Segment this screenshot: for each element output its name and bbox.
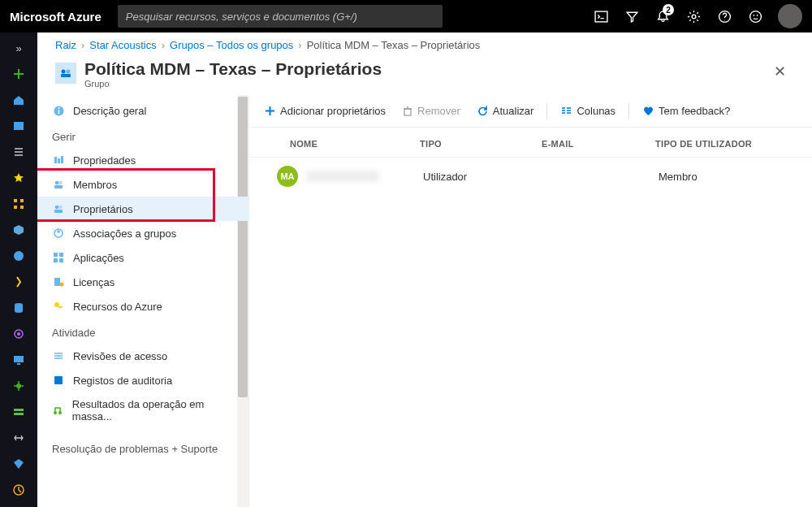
svg-point-31 (58, 206, 63, 210)
row-type: Utilizador (423, 171, 545, 183)
home-icon[interactable] (0, 89, 37, 110)
cmd-label: Atualizar (493, 105, 534, 117)
vm-icon[interactable] (0, 349, 37, 370)
nav-section-support: Resolução de problemas + Suporte (37, 428, 248, 460)
crumb-link[interactable]: Raiz (55, 39, 76, 51)
refresh-icon (477, 105, 489, 117)
user-avatar[interactable] (778, 4, 802, 28)
svg-rect-29 (54, 185, 63, 188)
notifications-icon[interactable]: 2 (648, 0, 677, 32)
nav-audit-logs[interactable]: Registos de auditoria (37, 368, 248, 392)
col-header-name[interactable]: NOME (290, 139, 420, 149)
scrollbar-thumb[interactable] (238, 97, 248, 397)
network-icon[interactable] (0, 427, 37, 448)
columns-button[interactable]: Colunas (554, 102, 622, 120)
load-balancer-icon[interactable] (0, 375, 37, 396)
nav-members[interactable]: Membros (37, 172, 248, 197)
svg-rect-19 (14, 413, 24, 415)
left-rail: » (0, 32, 37, 507)
command-bar: Adicionar proprietários Remover Atualiza… (249, 95, 812, 128)
scrollbar-track[interactable] (237, 95, 248, 507)
svg-point-1 (692, 15, 696, 19)
help-icon[interactable] (710, 0, 739, 32)
svg-rect-43 (54, 376, 63, 384)
nav-licenses[interactable]: Licenças (37, 270, 248, 294)
nav-group-memberships[interactable]: Associações a grupos (37, 221, 248, 245)
cmd-label: Tem feedback? (659, 105, 730, 117)
svg-point-45 (58, 411, 62, 414)
cmd-label: Adicionar proprietários (280, 105, 386, 117)
cube-icon[interactable] (0, 219, 37, 240)
svg-rect-18 (14, 409, 24, 411)
create-resource-icon[interactable] (0, 63, 37, 84)
page-title: Política MDM – Texas – Proprietários (84, 59, 382, 79)
cosmos-icon[interactable] (0, 323, 37, 344)
nav-label: Licenças (73, 276, 114, 288)
expand-rail-icon[interactable]: » (0, 37, 37, 58)
nav-label: Aplicações (73, 252, 124, 264)
svg-point-44 (54, 411, 57, 414)
col-header-usertype[interactable]: TIPO DE UTILIZADOR (655, 139, 804, 149)
nav-owners[interactable]: Proprietários (37, 197, 248, 221)
nav-bulk-results[interactable]: Resultados da operação em massa... (37, 392, 248, 428)
nav-azure-resources[interactable]: Recursos do Azure (37, 294, 248, 318)
feedback-button[interactable]: Tem feedback? (636, 102, 736, 120)
search-input[interactable] (118, 5, 443, 28)
page-header: Política MDM – Texas – Proprietários Gru… (37, 51, 812, 95)
info-icon (52, 104, 65, 117)
table-row[interactable]: MA hidden Utilizador Membro (249, 157, 812, 195)
audit-icon (52, 374, 65, 387)
svg-rect-16 (17, 363, 20, 365)
all-services-icon[interactable] (0, 193, 37, 214)
add-owners-button[interactable]: Adicionar proprietários (257, 102, 392, 120)
sql-icon[interactable] (0, 297, 37, 318)
cmd-label: Remover (417, 105, 460, 117)
memberships-icon (52, 227, 65, 240)
svg-point-22 (67, 70, 71, 74)
svg-rect-36 (59, 253, 63, 257)
favorites-icon[interactable] (0, 167, 37, 188)
nav-access-reviews[interactable]: Revisões de acesso (37, 344, 248, 368)
cmd-label: Colunas (577, 105, 615, 117)
nav-label: Revisões de acesso (73, 350, 167, 362)
access-reviews-icon (52, 349, 65, 362)
nav-label: Recursos do Azure (73, 301, 162, 313)
storage-icon[interactable] (0, 401, 37, 422)
refresh-button[interactable]: Atualizar (470, 102, 541, 120)
svg-point-40 (60, 283, 64, 287)
svg-point-4 (753, 15, 754, 16)
cloud-shell-icon[interactable] (586, 0, 615, 32)
close-button[interactable]: ✕ (767, 59, 793, 84)
crumb-link[interactable]: Star Acoustics (89, 39, 156, 51)
resource-menu: « Descrição geral Gerir Propriedades Mem… (37, 95, 249, 507)
monitor-icon[interactable] (0, 479, 37, 500)
svg-rect-10 (20, 206, 24, 209)
nav-label: Resultados da operação em massa... (72, 398, 234, 422)
filter-icon[interactable] (617, 0, 646, 32)
list-icon[interactable] (0, 141, 37, 162)
crumb-current: Política MDM – Texas – Proprietários (307, 39, 481, 51)
svg-point-14 (17, 332, 20, 336)
breadcrumb: Raiz› Star Acoustics› Grupos – Todos os … (37, 32, 812, 51)
svg-point-11 (14, 251, 24, 261)
globe-icon[interactable] (0, 245, 37, 266)
col-header-type[interactable]: TIPO (420, 139, 542, 149)
top-icons: 2 (586, 0, 802, 32)
nav-applications[interactable]: Aplicações (37, 245, 248, 270)
aad-icon[interactable] (0, 453, 37, 474)
svg-rect-46 (404, 109, 411, 115)
dashboard-icon[interactable] (0, 115, 37, 136)
nav-overview[interactable]: Descrição geral (37, 98, 248, 123)
page-subtitle: Grupo (84, 79, 382, 89)
members-icon (52, 178, 65, 191)
feedback-smile-icon[interactable] (741, 0, 770, 32)
svg-rect-25 (58, 110, 59, 114)
row-avatar: MA (277, 166, 298, 187)
row-usertype: Membro (659, 171, 804, 183)
function-icon[interactable] (0, 271, 37, 292)
trash-icon (402, 106, 413, 117)
col-header-email[interactable]: E-MAIL (542, 139, 655, 149)
settings-icon[interactable] (679, 0, 708, 32)
crumb-link[interactable]: Grupos – Todos os grupos (170, 39, 293, 51)
nav-properties[interactable]: Propriedades (37, 148, 248, 172)
